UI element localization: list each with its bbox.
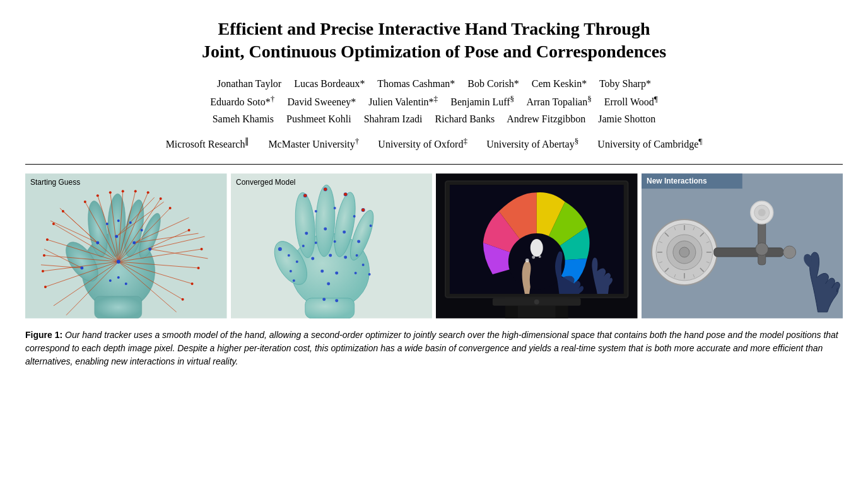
svg-point-70 xyxy=(43,254,45,257)
section-divider xyxy=(25,164,843,165)
svg-point-113 xyxy=(369,224,372,227)
svg-point-111 xyxy=(333,207,336,209)
svg-text:New Interactions: New Interactions xyxy=(646,177,707,185)
svg-point-112 xyxy=(353,215,355,218)
svg-point-103 xyxy=(292,279,295,282)
svg-point-69 xyxy=(46,238,49,241)
svg-point-107 xyxy=(368,273,370,276)
authors-block: Jonathan Taylor Lucas Bordeaux* Thomas C… xyxy=(25,75,843,128)
svg-point-131 xyxy=(534,299,539,304)
svg-point-71 xyxy=(42,270,44,272)
svg-point-116 xyxy=(344,192,347,195)
svg-point-47 xyxy=(106,223,108,225)
svg-point-68 xyxy=(52,223,55,225)
svg-point-110 xyxy=(314,210,317,213)
svg-point-114 xyxy=(303,194,307,197)
svg-point-42 xyxy=(115,235,118,238)
svg-point-170 xyxy=(783,246,795,259)
svg-point-41 xyxy=(117,260,120,264)
svg-point-44 xyxy=(132,241,136,244)
svg-point-109 xyxy=(333,240,336,243)
svg-point-104 xyxy=(355,254,358,257)
svg-text:Converged Model: Converged Model xyxy=(235,178,295,187)
figure-starting-guess: Starting Guess xyxy=(25,173,227,321)
paper-title: Efficient and Precise Interactive Hand T… xyxy=(25,18,843,64)
affiliations-block: Microsoft Research‖ McMaster University†… xyxy=(25,134,843,153)
svg-point-60 xyxy=(160,197,162,200)
svg-text:Starting Guess: Starting Guess xyxy=(30,178,80,187)
svg-point-48 xyxy=(117,219,120,222)
svg-point-46 xyxy=(80,266,83,269)
figure-new-interactions: New Interactions xyxy=(642,173,843,321)
svg-point-105 xyxy=(361,264,364,266)
svg-point-102 xyxy=(302,245,304,247)
svg-point-93 xyxy=(344,255,347,259)
svg-point-45 xyxy=(148,247,151,250)
svg-point-50 xyxy=(141,229,143,231)
svg-rect-81 xyxy=(305,298,354,318)
authors-row1: Jonathan Taylor Lucas Bordeaux* Thomas C… xyxy=(25,75,843,92)
svg-point-56 xyxy=(197,267,200,269)
svg-point-92 xyxy=(329,254,332,257)
svg-point-95 xyxy=(335,271,338,274)
svg-point-101 xyxy=(287,254,290,257)
svg-point-88 xyxy=(324,227,327,230)
svg-point-86 xyxy=(278,247,281,251)
svg-point-63 xyxy=(122,190,124,192)
svg-point-99 xyxy=(289,270,291,272)
svg-point-97 xyxy=(322,298,326,301)
svg-point-49 xyxy=(129,221,132,224)
affil-cambridge: University of Cambridge¶ xyxy=(597,134,702,153)
svg-rect-120 xyxy=(518,305,556,318)
svg-point-115 xyxy=(324,187,327,190)
svg-point-66 xyxy=(84,201,86,203)
authors-row2: Eduardo Soto*† David Sweeney* Julien Val… xyxy=(25,92,843,111)
affil-abertay: University of Abertay§ xyxy=(486,134,578,153)
svg-point-127 xyxy=(525,259,529,262)
svg-point-62 xyxy=(134,190,137,192)
affil-microsoft: Microsoft Research‖ xyxy=(166,134,250,153)
svg-point-106 xyxy=(354,272,356,274)
svg-point-61 xyxy=(147,191,150,194)
svg-point-87 xyxy=(305,231,308,235)
svg-point-52 xyxy=(125,283,127,285)
svg-point-98 xyxy=(335,299,338,302)
affil-mcmaster: McMaster University† xyxy=(268,134,359,153)
svg-point-117 xyxy=(361,208,365,211)
svg-point-94 xyxy=(320,269,324,272)
figure-converged-model: Converged Model xyxy=(231,173,433,321)
svg-point-96 xyxy=(327,282,330,285)
svg-rect-164 xyxy=(713,248,783,257)
svg-point-72 xyxy=(44,285,47,288)
svg-point-129 xyxy=(539,255,541,258)
svg-point-57 xyxy=(191,283,194,285)
svg-point-169 xyxy=(755,243,768,255)
svg-point-126 xyxy=(531,239,543,257)
svg-point-53 xyxy=(109,279,112,282)
authors-row3: Sameh Khamis Pushmeet Kohli Shahram Izad… xyxy=(25,110,843,127)
svg-point-65 xyxy=(97,194,99,197)
svg-point-163 xyxy=(679,247,689,257)
svg-point-168 xyxy=(758,209,765,216)
svg-point-58 xyxy=(182,298,184,300)
svg-point-59 xyxy=(169,207,172,209)
figure-caption: Figure 1: Our hand tracker uses a smooth… xyxy=(25,329,843,368)
figures-row: Starting Guess xyxy=(25,173,843,321)
svg-point-89 xyxy=(343,230,346,233)
svg-point-91 xyxy=(311,257,314,260)
svg-rect-8 xyxy=(95,296,142,318)
svg-point-51 xyxy=(117,276,120,279)
svg-point-64 xyxy=(109,191,112,194)
svg-point-43 xyxy=(96,241,99,244)
figure-photo-screen xyxy=(436,173,638,321)
svg-point-90 xyxy=(357,240,360,243)
svg-point-67 xyxy=(62,210,64,213)
caption-text: Our hand tracker uses a smooth model of … xyxy=(25,330,838,366)
svg-point-54 xyxy=(188,229,191,231)
affil-oxford: University of Oxford‡ xyxy=(378,134,467,153)
svg-point-55 xyxy=(201,248,203,250)
figure-number: Figure 1: xyxy=(25,330,62,340)
svg-point-128 xyxy=(532,255,535,259)
svg-point-100 xyxy=(295,260,298,263)
svg-point-108 xyxy=(314,242,317,244)
